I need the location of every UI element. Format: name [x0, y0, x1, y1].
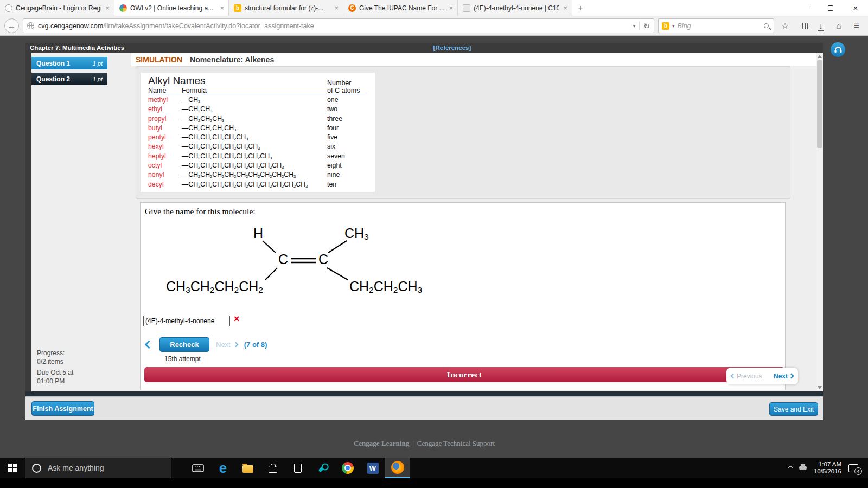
molecule-right-chain-label: CH2CH2CH3	[349, 279, 422, 294]
chevron-right-icon	[233, 342, 238, 347]
table-row: nonyl—CH2CH2CH2CH2CH2CH2CH2CH2CH3nine	[148, 170, 367, 179]
calculator-icon	[294, 464, 302, 473]
due-date-line2: 01:00 PM	[37, 377, 73, 386]
previous-label: Previous	[737, 373, 762, 380]
scroll-down-icon[interactable]	[818, 386, 822, 389]
alkyl-count: seven	[327, 152, 367, 161]
menu-icon[interactable]: ≡	[850, 21, 864, 31]
reference-panel: Alkyl Names Number Name Formula of C ato…	[136, 66, 790, 199]
taskbar-clock[interactable]: 1:07 AM 10/5/2016	[814, 461, 841, 475]
column-header-atoms: of C atoms	[327, 87, 367, 94]
address-bar[interactable]: cvg.cengagenow.com/ilrn/takeAssignment/t…	[23, 18, 654, 33]
alkyl-names-table: Alkyl Names Number Name Formula of C ato…	[141, 73, 375, 192]
tool-app-icon[interactable]	[310, 458, 335, 478]
search-engine-dropdown-icon[interactable]: ▾	[672, 23, 675, 29]
tab-compound[interactable]: (4E)-4-methyl-4-nonene | C10... ×	[458, 0, 572, 16]
bookmark-star-icon[interactable]: ☆	[778, 21, 792, 31]
alkyl-name: decyl	[148, 180, 182, 189]
alkyl-formula: —CH2CH2CH2CH2CH2CH2CH3	[182, 152, 327, 161]
window-minimize-button[interactable]	[793, 0, 818, 16]
window-close-button[interactable]: ×	[843, 0, 868, 16]
scroll-up-icon[interactable]	[818, 55, 822, 58]
assignment-header: Chapter 7: Multimedia Activities [Refere…	[25, 43, 823, 53]
table-row: decyl—CH2CH2CH2CH2CH2CH2CH2CH2CH2CH3ten	[148, 180, 367, 189]
finish-assignment-button[interactable]: Finish Assignment	[31, 401, 94, 416]
previous-question-button[interactable]: Previous	[731, 373, 762, 380]
references-link[interactable]: [References]	[433, 44, 471, 51]
window-maximize-button[interactable]	[818, 0, 843, 16]
tab-close-icon[interactable]: ×	[448, 4, 454, 12]
tab-title: CengageBrain - Login or Register	[16, 4, 101, 12]
tab-owlv2[interactable]: OWLv2 | Online teaching a... ×	[114, 0, 229, 16]
column-header-formula: Formula	[182, 87, 327, 94]
globe-favicon	[5, 4, 12, 12]
tab-cengagebrain[interactable]: CengageBrain - Login or Register ×	[0, 0, 114, 16]
search-icon[interactable]	[764, 23, 769, 28]
tab-title: OWLv2 | Online teaching a...	[130, 4, 215, 12]
tray-expand-icon[interactable]	[788, 466, 793, 470]
new-tab-button[interactable]: +	[572, 0, 589, 16]
edge-app-icon[interactable]: e	[210, 458, 235, 478]
url-path: /ilrn/takeAssignment/takeCovalentActivit…	[103, 22, 314, 30]
sidebar-item-question-1[interactable]: Question 1 1 pt	[31, 57, 107, 69]
previous-item-chevron[interactable]	[145, 342, 153, 348]
download-icon[interactable]: ↓	[814, 21, 828, 30]
action-center-icon[interactable]: 4	[848, 464, 858, 472]
history-dropdown-icon[interactable]: ▾	[633, 23, 636, 29]
library-icon[interactable]	[796, 21, 810, 30]
table-row: hexyl—CH2CH2CH2CH2CH2CH3six	[148, 142, 367, 151]
save-and-exit-button[interactable]: Save and Exit	[769, 402, 818, 416]
answer-input[interactable]	[143, 316, 230, 326]
cortana-search-box[interactable]: Ask me anything	[25, 458, 171, 478]
alkyl-count: one	[327, 95, 367, 105]
scrollbar-thumb[interactable]	[817, 60, 822, 148]
alkyl-name: octyl	[148, 161, 182, 170]
home-icon[interactable]: ⌂	[832, 21, 846, 30]
alkyl-count: three	[327, 114, 367, 124]
reload-icon[interactable]: ↻	[643, 22, 650, 30]
feedback-banner: Incorrect	[144, 367, 784, 382]
taskbar: Ask me anything e W 1:07 AM 10/5/2016 4	[0, 458, 868, 478]
footer-brand: Cengage Learning	[354, 439, 409, 447]
word-app-icon[interactable]: W	[360, 458, 385, 478]
progress-label: Progress:	[37, 349, 73, 357]
next-item-chevron[interactable]	[234, 343, 238, 346]
alkyl-formula: —CH2CH2CH2CH2CH2CH2CH2CH2CH3	[182, 170, 327, 179]
tab-chegg[interactable]: C Give The IUPAC Name For ... ×	[343, 0, 458, 16]
next-question-button[interactable]: Next	[774, 373, 793, 380]
tab-close-icon[interactable]: ×	[104, 4, 111, 12]
touch-keyboard-button[interactable]	[186, 458, 210, 478]
alkyl-formula: —CH2CH2CH2CH2CH2CH3	[182, 142, 327, 151]
table-row: propyl—CH2CH2CH3three	[148, 114, 367, 124]
search-bar[interactable]: b ▾ Bing	[658, 18, 774, 33]
file-explorer-app-icon[interactable]	[235, 458, 260, 478]
alkyl-name: heptyl	[148, 152, 182, 161]
taskbar-search-placeholder: Ask me anything	[48, 464, 104, 472]
tab-close-icon[interactable]: ×	[333, 4, 340, 12]
back-button[interactable]: ←	[4, 18, 19, 33]
table-title: Alkyl Names	[148, 75, 327, 87]
help-chat-button[interactable]	[831, 42, 845, 57]
tab-close-icon[interactable]: ×	[562, 4, 569, 12]
tab-close-icon[interactable]: ×	[219, 4, 225, 12]
alkyl-count: five	[327, 133, 367, 142]
cloud-tray-icon[interactable]	[799, 466, 807, 470]
attempt-count: 15th attempt	[164, 355, 201, 363]
column-header-name: Name	[148, 87, 182, 94]
store-app-icon[interactable]	[260, 458, 285, 478]
recheck-button[interactable]: Recheck	[159, 337, 209, 352]
start-button[interactable]	[0, 458, 25, 478]
footer-support-link[interactable]: Cengage Technical Support	[417, 439, 495, 447]
chrome-app-icon[interactable]	[335, 458, 360, 478]
site-identity-icon	[27, 22, 34, 29]
molecule-c-right-label: C	[318, 252, 328, 267]
question-prompt: Give the name for this molecule:	[145, 207, 256, 216]
next-item-label[interactable]: Next	[216, 341, 231, 349]
calculator-app-icon[interactable]	[285, 458, 310, 478]
tab-bing-search[interactable]: b structural formular for (z)-... ×	[229, 0, 343, 16]
chevron-left-icon	[731, 374, 736, 379]
wrench-icon	[318, 464, 328, 473]
firefox-app-icon[interactable]	[385, 458, 410, 478]
page-scrollbar[interactable]	[816, 53, 823, 391]
sidebar-item-question-2[interactable]: Question 2 1 pt	[31, 73, 107, 85]
